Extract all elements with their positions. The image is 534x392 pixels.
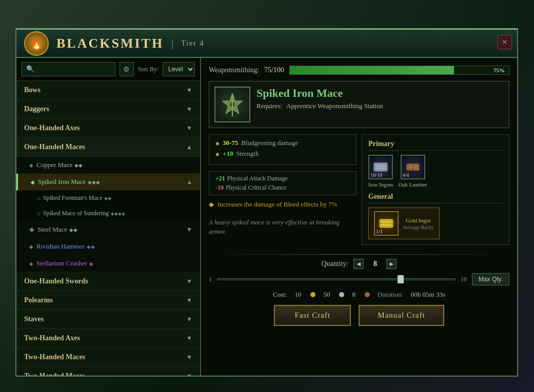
gold-ingot-item: 1/1 Gold Ingot Average Rarity — [368, 208, 440, 239]
chevron-down-icon: ▼ — [186, 226, 192, 234]
chevron-down-icon: ▼ — [186, 297, 192, 304]
quantity-label: Quantity: — [322, 260, 349, 268]
damage-type: Bludgeoning damage — [241, 139, 298, 147]
content-area: 🔍 ⚙ Sort By: Level Bows ▼ Daggers — [16, 58, 517, 376]
category-one-handed-swords[interactable]: One-Handed Swords ▼ — [16, 272, 200, 291]
sort-select[interactable]: Level — [163, 62, 195, 76]
gold-coin-icon — [310, 292, 315, 297]
action-buttons-row: Fast Craft Manual Craft — [209, 305, 509, 326]
list-item[interactable]: ◇ Spiked Mace of Sundering ◆◆◆◆ — [16, 206, 200, 221]
iron-ingots-name: Iron Ingots — [368, 181, 393, 188]
iron-ingots-item: 10/10 Iron Ingots — [368, 155, 393, 188]
title-divider: | — [171, 37, 173, 49]
xp-bar-text: 75% — [493, 67, 505, 73]
item-dot-icon: ◆ — [31, 179, 35, 185]
quantity-row: Quantity: ◄ 8 ► — [209, 259, 509, 269]
category-two-handed-maces[interactable]: Two-Handed Maces ▼ — [16, 348, 200, 367]
fast-craft-button[interactable]: Fast Craft — [274, 305, 351, 326]
close-button[interactable]: ✕ — [498, 35, 512, 49]
oak-lumber-icon: 4/4 — [401, 155, 425, 179]
staves-label: Staves — [24, 315, 44, 323]
general-label: General — [368, 193, 503, 203]
oak-lumber-item: 4/4 Oak Lumber — [399, 155, 427, 188]
category-polearms[interactable]: Polearms ▼ — [16, 291, 200, 310]
damage-range: 30-75 — [223, 139, 238, 147]
physical-attack-value: +21 — [215, 175, 225, 182]
chevron-down-icon: ▼ — [186, 316, 192, 323]
category-bows[interactable]: Bows ▼ — [16, 81, 200, 100]
slider-min-label: 1 — [209, 276, 212, 283]
manual-craft-button[interactable]: Manual Craft — [359, 305, 444, 326]
stellar-dot-icon: ◆ — [29, 261, 33, 266]
category-one-handed-axes[interactable]: One-Handed Axes ▼ — [16, 119, 200, 138]
gold-ingot-name: Gold Ingot — [403, 217, 434, 223]
gold-ingot-icon: 1/1 — [374, 211, 399, 236]
crafting-box: Primary 10/10 — [362, 134, 509, 245]
cost-label: Cost: — [273, 291, 287, 299]
damage-stats-box: ◆ 30-75 Bludgeoning damage ◆ +10 Strengt… — [209, 134, 357, 165]
category-daggers[interactable]: Daggers ▼ — [16, 100, 200, 119]
gold-ingot-rarity: Average Rarity — [403, 224, 434, 230]
iron-ingots-count: 10/10 — [370, 172, 382, 178]
right-crafting-area: Primary 10/10 — [362, 134, 509, 245]
list-item[interactable]: ◇ Spiked Footman's Mace ◆◆ — [16, 191, 200, 206]
main-window: 🔥 Blacksmith | Tier 4 ✕ 🔍 ⚙ Sort By: Lev… — [15, 28, 518, 377]
category-one-handed-maces[interactable]: One-Handed Maces ▲ — [16, 138, 200, 157]
search-input[interactable] — [37, 66, 111, 73]
duration-value: 00h 05m 33s — [411, 291, 445, 299]
chevron-up-icon: ▲ — [186, 143, 192, 151]
xp-value: 75/100 — [264, 66, 284, 74]
stellar-tier-icons: ◆ — [89, 261, 93, 266]
quantity-decrease-button[interactable]: ◄ — [353, 259, 364, 269]
category-two-handed-axes[interactable]: Two-Handed Axes ▼ — [16, 329, 200, 348]
category-staves[interactable]: Staves ▼ — [16, 310, 200, 329]
stats-crafting-combined: ◆ 30-75 Bludgeoning damage ◆ +10 Strengt… — [209, 134, 509, 245]
list-item[interactable]: ◆ Stellarium Crusher ◆ — [16, 255, 200, 272]
sub-tier-icons: ◆◆◆◆ — [111, 211, 125, 216]
list-item[interactable]: ◆ Steel Mace ◆◆ ▼ — [16, 221, 200, 238]
strength-bonus: +10 — [223, 150, 233, 158]
left-panel: 🔍 ⚙ Sort By: Level Bows ▼ Daggers — [16, 58, 201, 376]
filter-button[interactable]: ⚙ — [120, 62, 134, 76]
physical-attack-stat: +21 Physical Attack Damage — [215, 175, 288, 182]
physical-crit-stat: -10 Physical Critical Chance — [215, 184, 287, 192]
gold-ingot-count: 1/1 — [376, 229, 383, 234]
category-bows-label: Bows — [24, 86, 41, 94]
spiked-mace-sundering-label: Spiked Mace of Sundering — [43, 210, 109, 217]
chevron-down-icon: ▼ — [186, 373, 192, 376]
one-handed-swords-label: One-Handed Swords — [24, 277, 88, 285]
item-info: Spiked Iron Mace Requires: Apprentice We… — [256, 87, 504, 110]
primary-label: Primary — [368, 140, 503, 151]
bleed-effect-text: ◆ Increases the damage of Bleed effects … — [209, 198, 357, 211]
blacksmith-emblem: 🔥 — [24, 31, 49, 56]
quantity-increase-button[interactable]: ► — [386, 259, 397, 269]
cost-gold-value: 10 — [294, 291, 301, 299]
duration-label: Duration: — [378, 291, 403, 299]
steel-tier-icons: ◆◆ — [69, 227, 77, 233]
spiked-iron-mace-label: Spiked Iron Mace — [38, 178, 86, 186]
sort-label: Sort By: — [138, 66, 159, 73]
chevron-down-icon: ▼ — [186, 278, 192, 285]
right-panel: Weaponsmithing: 75/100 75% — [201, 58, 517, 376]
sub-tier-icons: ◆◆ — [104, 196, 111, 201]
search-input-wrap[interactable]: 🔍 — [22, 62, 115, 76]
category-two-handed-maces2[interactable]: Two-Handed Maces ▼ — [16, 367, 200, 376]
bleed-diamond-icon: ◆ — [209, 200, 214, 208]
physical-crit-value: -10 — [215, 184, 224, 192]
list-item[interactable]: ◆ Spiked Iron Mace ◆◆◆ ▲ — [16, 174, 200, 191]
item-dot-icon: ◆ — [29, 162, 33, 168]
item-icon — [214, 87, 250, 122]
cost-copper-value: 8 — [352, 291, 355, 299]
quantity-slider[interactable] — [217, 278, 456, 280]
item-requires-value: Apprentice Weaponsmithing Station — [286, 102, 383, 110]
search-icon: 🔍 — [26, 65, 34, 73]
two-handed-maces2-label: Two-Handed Maces — [24, 372, 85, 376]
chevron-down-icon: ▼ — [186, 354, 192, 361]
max-qty-button[interactable]: Max Qty. — [472, 273, 509, 285]
left-stats-area: ◆ 30-75 Bludgeoning damage ◆ +10 Strengt… — [209, 134, 357, 245]
cost-row: Cost: 10 50 8 Duration: 00h 05m 33s — [209, 291, 509, 299]
list-item[interactable]: ◆ Rividian Hammer ◆◆ — [16, 238, 200, 255]
two-handed-axes-label: Two-Handed Axes — [24, 334, 80, 342]
list-item[interactable]: ◆ Copper Mace ◆◆ — [16, 157, 200, 174]
xp-label: Weaponsmithing: 75/100 — [209, 66, 284, 74]
